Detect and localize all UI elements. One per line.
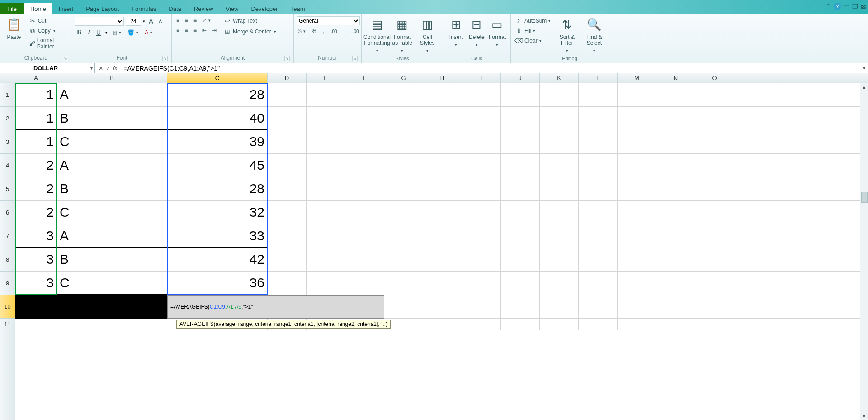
cell-B11[interactable]	[57, 319, 167, 330]
decrease-font-icon[interactable]: A	[157, 18, 164, 25]
cell-D4[interactable]	[268, 154, 307, 177]
decrease-indent-icon[interactable]: ⇤	[200, 26, 208, 34]
cell-L5[interactable]	[579, 177, 618, 200]
cell-H1[interactable]	[423, 83, 462, 106]
cell-M6[interactable]	[618, 201, 656, 224]
restore-icon[interactable]: ❐	[852, 3, 858, 10]
tab-file[interactable]: File	[0, 3, 24, 14]
cell-M2[interactable]	[618, 107, 656, 130]
cell-I6[interactable]	[462, 201, 501, 224]
fill-color-button[interactable]: 🪣▾	[126, 29, 140, 37]
delete-cells-button[interactable]: ⊟Delete▾	[466, 16, 486, 49]
cell-H5[interactable]	[423, 177, 462, 200]
align-left-icon[interactable]: ≡	[175, 26, 181, 34]
cell-O11[interactable]	[695, 319, 734, 330]
tab-insert[interactable]: Insert	[52, 3, 80, 14]
cell-E4[interactable]	[307, 154, 345, 177]
decrease-decimal-button[interactable]: ←.00	[346, 27, 361, 35]
cell-N8[interactable]	[656, 248, 695, 271]
cell-N5[interactable]	[656, 177, 695, 200]
cell-N7[interactable]	[656, 224, 695, 248]
cell-A6[interactable]: 2	[15, 201, 57, 224]
cell-N4[interactable]	[656, 154, 695, 177]
row-header-3[interactable]: 3	[0, 130, 15, 154]
sort-filter-button[interactable]: ⇅Sort & Filter▾	[554, 16, 580, 55]
col-header-D[interactable]: D	[268, 73, 307, 83]
font-dialog-icon[interactable]: ↘	[162, 56, 168, 61]
scroll-down-icon[interactable]: ▼	[860, 412, 868, 420]
cell-F6[interactable]	[345, 201, 384, 224]
tab-page-layout[interactable]: Page Layout	[80, 3, 125, 14]
increase-decimal-button[interactable]: .00→	[329, 27, 344, 35]
col-header-L[interactable]: L	[579, 73, 618, 83]
cell-C1[interactable]: 28	[167, 83, 268, 106]
cell-J9[interactable]	[501, 272, 540, 295]
minimize-icon[interactable]: ▭	[844, 3, 849, 10]
cell-J1[interactable]	[501, 83, 540, 106]
cell-F2[interactable]	[345, 107, 384, 130]
cell-F4[interactable]	[345, 154, 384, 177]
vertical-scrollbar[interactable]: ▲ ▼	[860, 83, 868, 420]
cell-N6[interactable]	[656, 201, 695, 224]
cell-N10[interactable]	[656, 295, 695, 318]
cell-O9[interactable]	[695, 272, 734, 295]
cell-H7[interactable]	[423, 224, 462, 248]
cell-O1[interactable]	[695, 83, 734, 106]
cells-area[interactable]: 1A281B401C392A452B282C323A333B423C36=AVE…	[15, 83, 868, 420]
orientation-icon[interactable]: ⤢▾	[200, 16, 212, 24]
cell-K8[interactable]	[540, 248, 579, 271]
row-header-10[interactable]: 10	[0, 295, 15, 319]
cell-M10[interactable]	[618, 295, 656, 318]
name-box-dropdown-icon[interactable]: ▾	[90, 66, 93, 71]
cell-M3[interactable]	[618, 130, 656, 153]
cell-H9[interactable]	[423, 272, 462, 295]
format-as-table-button[interactable]: ▦Format as Table▾	[390, 16, 415, 55]
cell-I4[interactable]	[462, 154, 501, 177]
cell-J10[interactable]	[501, 295, 540, 318]
enter-formula-icon[interactable]: ✓	[106, 65, 110, 72]
cell-O8[interactable]	[695, 248, 734, 271]
align-center-icon[interactable]: ≡	[183, 26, 190, 34]
cell-J4[interactable]	[501, 154, 540, 177]
row-header-2[interactable]: 2	[0, 107, 15, 130]
cell-O3[interactable]	[695, 130, 734, 153]
cell-J5[interactable]	[501, 177, 540, 200]
cell-A11[interactable]	[15, 319, 57, 330]
ribbon-minimize-icon[interactable]: ⌃	[826, 3, 831, 10]
cell-M9[interactable]	[618, 272, 656, 295]
cell-O2[interactable]	[695, 107, 734, 130]
tab-review[interactable]: Review	[188, 3, 220, 14]
cell-F1[interactable]	[345, 83, 384, 106]
cell-E1[interactable]	[307, 83, 345, 106]
cell-H4[interactable]	[423, 154, 462, 177]
cell-N1[interactable]	[656, 83, 695, 106]
font-family-select[interactable]	[75, 17, 124, 26]
italic-button[interactable]: I	[86, 28, 92, 37]
cell-B3[interactable]: C	[57, 130, 167, 153]
cell-I8[interactable]	[462, 248, 501, 271]
number-format-select[interactable]: General	[297, 16, 360, 25]
format-cells-button[interactable]: ▭Format▾	[487, 16, 508, 49]
cell-N11[interactable]	[656, 319, 695, 330]
col-header-M[interactable]: M	[618, 73, 656, 83]
autosum-button[interactable]: ΣAutoSum▾	[514, 16, 552, 25]
cell-B1[interactable]: A	[57, 83, 167, 106]
row-header-6[interactable]: 6	[0, 201, 15, 224]
cell-I2[interactable]	[462, 107, 501, 130]
cell-A3[interactable]: 1	[15, 130, 57, 153]
cell-K7[interactable]	[540, 224, 579, 248]
cell-M1[interactable]	[618, 83, 656, 106]
name-box[interactable]: ▾	[0, 63, 95, 73]
tab-home[interactable]: Home	[24, 3, 52, 14]
formula-bar-expand-icon[interactable]: ▾	[860, 65, 868, 71]
cell-J11[interactable]	[501, 319, 540, 330]
paste-button[interactable]: 📋 Paste	[3, 16, 25, 51]
cell-G2[interactable]	[384, 107, 423, 130]
cell-H6[interactable]	[423, 201, 462, 224]
row-header-8[interactable]: 8	[0, 248, 15, 272]
col-header-O[interactable]: O	[695, 73, 734, 83]
cell-L3[interactable]	[579, 130, 618, 153]
cell-M8[interactable]	[618, 248, 656, 271]
row-header-7[interactable]: 7	[0, 224, 15, 248]
cell-C7[interactable]: 33	[167, 224, 268, 248]
